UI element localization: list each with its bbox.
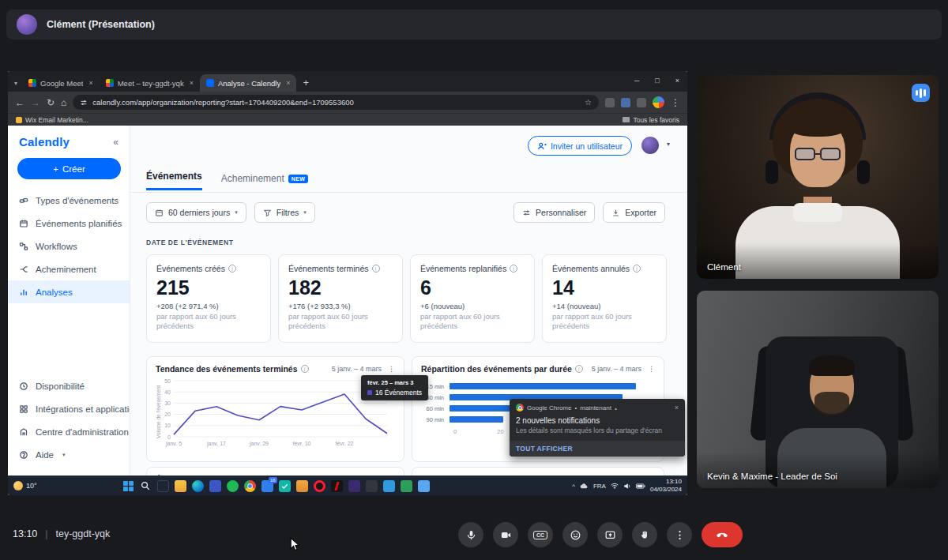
taskbar-photos[interactable] bbox=[418, 480, 430, 492]
wifi-icon[interactable] bbox=[611, 483, 619, 489]
extension-icon[interactable] bbox=[621, 98, 630, 107]
minimize-icon[interactable]: ─ bbox=[634, 77, 639, 85]
call-controls: CC bbox=[458, 522, 743, 547]
export-button[interactable]: Exporter bbox=[603, 202, 665, 223]
collapse-sidebar-icon[interactable]: « bbox=[113, 137, 118, 148]
side-panel-icon[interactable] bbox=[637, 98, 646, 107]
svg-text:50: 50 bbox=[164, 378, 171, 384]
bookmark-item[interactable]: Wix Email Marketin... bbox=[16, 116, 88, 124]
taskbar-chrome[interactable] bbox=[244, 480, 256, 492]
onedrive-icon[interactable] bbox=[580, 483, 589, 489]
raise-hand-button[interactable] bbox=[632, 522, 657, 547]
taskbar-mail[interactable]: 16 bbox=[261, 480, 273, 492]
info-icon[interactable]: i bbox=[510, 265, 517, 272]
sidebar-item-admin-center[interactable]: Centre d'administration bbox=[8, 420, 130, 443]
volume-icon[interactable] bbox=[623, 483, 631, 490]
info-icon[interactable]: i bbox=[228, 265, 236, 272]
kebab-menu-icon[interactable]: ⋮ bbox=[388, 365, 395, 373]
info-icon[interactable]: i bbox=[372, 265, 380, 272]
browser-menu-icon[interactable]: ⋮ bbox=[671, 98, 680, 107]
show-all-button[interactable]: TOUT AFFICHER bbox=[510, 441, 685, 457]
close-tab-icon[interactable]: × bbox=[87, 79, 92, 87]
taskbar-excel[interactable] bbox=[401, 480, 412, 492]
sidebar-item-availability[interactable]: Disponibilité bbox=[8, 374, 130, 397]
close-notification-icon[interactable]: × bbox=[675, 404, 679, 412]
filters-button[interactable]: Filtres ▾ bbox=[254, 202, 315, 223]
tab-search-icon[interactable]: ▾ bbox=[13, 80, 22, 92]
browser-tab-meet-call[interactable]: Meet – tey-ggdt-yqk × bbox=[100, 74, 200, 92]
taskbar-teams[interactable] bbox=[209, 480, 221, 492]
date-range-filter[interactable]: 60 derniers jours ▾ bbox=[146, 202, 246, 223]
taskbar-discord[interactable] bbox=[366, 480, 378, 492]
close-tab-icon[interactable]: × bbox=[284, 79, 290, 87]
info-icon[interactable]: i bbox=[575, 365, 583, 373]
reload-icon[interactable]: ↻ bbox=[47, 98, 55, 107]
tray-expand-icon[interactable]: ^ bbox=[572, 483, 575, 490]
personalize-button[interactable]: Personnaliser bbox=[514, 202, 595, 223]
meet-favicon bbox=[106, 79, 114, 87]
taskbar-spotify[interactable] bbox=[227, 480, 239, 492]
video-tile-kevin-maxime[interactable]: Kevin & Maxime - Leader de Soi bbox=[697, 291, 939, 488]
calendar-icon bbox=[19, 219, 28, 228]
sidebar-item-help[interactable]: Aide ▾ bbox=[8, 443, 130, 466]
browser-tab-google-meet[interactable]: Google Meet × bbox=[22, 74, 100, 92]
taskbar-edge[interactable] bbox=[192, 480, 204, 492]
tab-acheminement[interactable]: Acheminement NEW bbox=[221, 173, 309, 190]
screen-share[interactable]: ▾ Google Meet × Meet – tey-ggdt-yqk × An… bbox=[8, 71, 687, 495]
close-tab-icon[interactable]: × bbox=[188, 79, 194, 87]
taskbar-search[interactable] bbox=[140, 480, 152, 492]
sidebar-item-scheduled-events[interactable]: Événements planifiés bbox=[8, 212, 130, 235]
bookmark-star-icon[interactable]: ☆ bbox=[585, 98, 592, 107]
account-caret-icon[interactable]: ▾ bbox=[667, 141, 670, 148]
invite-user-button[interactable]: Inviter un utilisateur bbox=[528, 136, 632, 156]
video-tile-clement[interactable]: Clément bbox=[697, 75, 939, 279]
taskbar-todo[interactable] bbox=[279, 480, 291, 492]
sidebar-item-event-types[interactable]: Types d'événements bbox=[8, 189, 130, 212]
home-icon[interactable]: ⌂ bbox=[61, 98, 66, 107]
account-avatar[interactable] bbox=[641, 137, 659, 154]
info-icon[interactable]: i bbox=[301, 365, 309, 373]
language-indicator[interactable]: FRA bbox=[593, 483, 606, 490]
taskbar-downloads[interactable] bbox=[296, 480, 308, 492]
chevron-up-icon[interactable]: ▴ bbox=[615, 405, 617, 411]
end-call-button[interactable] bbox=[702, 522, 743, 547]
taskbar-vscode[interactable] bbox=[383, 480, 395, 492]
back-icon[interactable]: ← bbox=[15, 98, 24, 107]
new-tab-button[interactable]: + bbox=[303, 77, 309, 92]
browser-profile-avatar[interactable] bbox=[653, 96, 664, 108]
tab-evenements[interactable]: Événements bbox=[146, 171, 202, 190]
reactions-button[interactable] bbox=[562, 522, 588, 547]
maximize-icon[interactable]: □ bbox=[655, 77, 659, 85]
taskbar-netflix[interactable] bbox=[331, 480, 343, 492]
camera-button[interactable] bbox=[493, 522, 518, 547]
kebab-menu-icon[interactable]: ⋮ bbox=[648, 365, 655, 373]
close-icon[interactable]: × bbox=[675, 77, 679, 85]
sidebar-item-workflows[interactable]: Workflows bbox=[8, 235, 130, 257]
browser-tab-calendly[interactable]: Analyse - Calendly × bbox=[200, 74, 296, 92]
weather-widget[interactable]: 10° bbox=[13, 481, 37, 490]
taskbar-premiere[interactable] bbox=[348, 480, 360, 492]
captions-button[interactable]: CC bbox=[528, 522, 553, 547]
info-icon[interactable]: i bbox=[633, 265, 641, 272]
taskbar-opera[interactable] bbox=[314, 480, 325, 492]
taskbar-task-view[interactable] bbox=[157, 480, 169, 492]
taskbar-explorer[interactable] bbox=[175, 480, 186, 492]
forward-icon[interactable]: → bbox=[31, 98, 40, 107]
mic-button[interactable] bbox=[458, 522, 483, 547]
battery-icon[interactable] bbox=[636, 483, 645, 489]
more-options-button[interactable] bbox=[667, 522, 692, 547]
present-button[interactable] bbox=[597, 522, 623, 547]
chrome-notification[interactable]: Google Chrome • maintenant ▴ × 2 nouvell… bbox=[510, 399, 685, 457]
create-button[interactable]: + Créer bbox=[17, 158, 121, 179]
sidebar-item-analyses[interactable]: Analyses bbox=[8, 280, 130, 303]
url-bar[interactable]: calendly.com/app/organization/reporting?… bbox=[73, 95, 599, 110]
site-settings-icon[interactable] bbox=[80, 99, 88, 107]
sidebar-item-integrations[interactable]: Intégrations et applications bbox=[8, 397, 130, 420]
link-icon bbox=[19, 196, 28, 205]
start-button[interactable] bbox=[122, 480, 134, 492]
all-bookmarks-button[interactable]: Tous les favoris bbox=[623, 116, 679, 124]
extension-icon[interactable] bbox=[605, 98, 615, 107]
sidebar-item-routing[interactable]: Acheminement bbox=[8, 257, 130, 280]
taskbar-clock[interactable]: 13:10 04/03/2024 bbox=[650, 478, 682, 494]
sidebar-nav-bottom: Disponibilité Intégrations et applicatio… bbox=[8, 374, 130, 466]
